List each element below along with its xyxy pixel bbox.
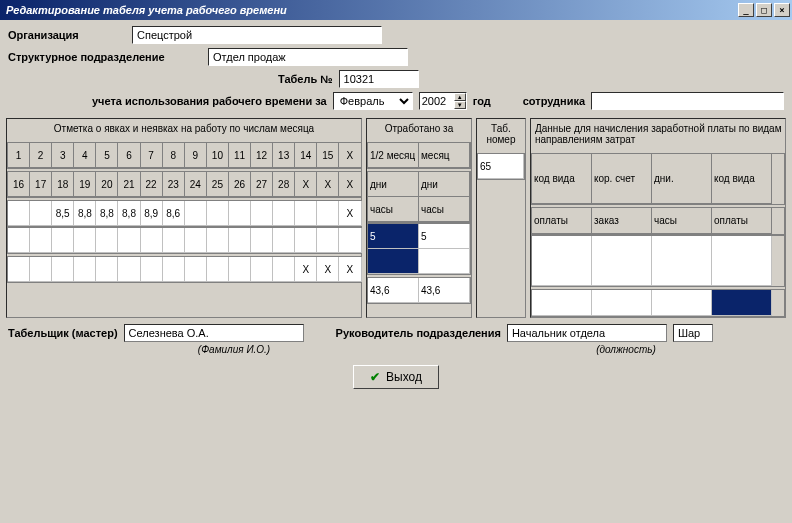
day-cell[interactable] — [295, 201, 317, 226]
day-cell[interactable]: 8,5 — [52, 201, 74, 226]
tabnum-title: Таб. номер — [477, 119, 525, 153]
day-cell[interactable] — [8, 228, 30, 253]
pay-c1[interactable] — [532, 236, 592, 286]
worked-h2a: дни — [368, 172, 419, 197]
day-cell[interactable] — [141, 257, 163, 282]
day-cell[interactable] — [74, 228, 96, 253]
day-cell[interactable]: 8,6 — [163, 201, 185, 226]
day-cell[interactable] — [96, 228, 118, 253]
day-cell[interactable] — [273, 228, 295, 253]
check-icon: ✔ — [370, 370, 380, 384]
day-cell[interactable] — [185, 228, 207, 253]
day-cell[interactable] — [207, 228, 229, 253]
exit-label: Выход — [386, 370, 422, 384]
day-header: 24 — [185, 172, 207, 197]
day-cell[interactable] — [185, 201, 207, 226]
day-cell[interactable]: X — [317, 257, 339, 282]
day-header: 25 — [207, 172, 229, 197]
day-cell[interactable] — [163, 228, 185, 253]
day-cell[interactable] — [30, 228, 52, 253]
pay-c2[interactable] — [592, 236, 652, 286]
day-cell[interactable] — [229, 257, 251, 282]
tab-master-value[interactable]: Селезнева О.А. — [124, 324, 304, 342]
day-cell[interactable] — [185, 257, 207, 282]
day-header: 13 — [273, 143, 295, 168]
maximize-button[interactable]: □ — [756, 3, 772, 17]
employee-input[interactable] — [591, 92, 784, 110]
day-header: 19 — [74, 172, 96, 197]
org-label: Организация — [8, 29, 132, 41]
day-header: 5 — [96, 143, 118, 168]
day-cell[interactable] — [30, 201, 52, 226]
day-cell[interactable]: 8,8 — [118, 201, 140, 226]
day-cell[interactable] — [74, 257, 96, 282]
employee-label: сотрудника — [523, 95, 585, 107]
month-select[interactable]: Февраль — [333, 92, 413, 110]
day-header: 27 — [251, 172, 273, 197]
day-cell[interactable] — [251, 201, 273, 226]
worked-v2b[interactable] — [419, 249, 470, 274]
day-cell[interactable] — [8, 201, 30, 226]
day-cell[interactable] — [96, 257, 118, 282]
day-cell[interactable] — [229, 201, 251, 226]
day-cell[interactable]: 8,8 — [96, 201, 118, 226]
day-cell[interactable] — [339, 228, 361, 253]
day-cell[interactable]: X — [295, 257, 317, 282]
day-cell[interactable] — [251, 228, 273, 253]
day-cell[interactable] — [30, 257, 52, 282]
worked-v1a[interactable]: 5 — [368, 224, 419, 249]
pay-c6[interactable] — [592, 290, 652, 316]
day-cell[interactable]: X — [339, 201, 361, 226]
year-down-icon[interactable]: ▼ — [454, 101, 466, 109]
day-header: X — [339, 172, 361, 197]
day-header: 16 — [8, 172, 30, 197]
day-cell[interactable] — [273, 257, 295, 282]
day-header: 21 — [118, 172, 140, 197]
day-cell[interactable] — [118, 257, 140, 282]
day-cell[interactable] — [52, 228, 74, 253]
dept-label: Структурное подразделение — [8, 51, 208, 63]
dept-input[interactable] — [208, 48, 408, 66]
minimize-button[interactable]: _ — [738, 3, 754, 17]
day-cell[interactable] — [317, 228, 339, 253]
day-cell[interactable] — [295, 228, 317, 253]
day-cell[interactable] — [251, 257, 273, 282]
day-cell[interactable] — [273, 201, 295, 226]
day-cell[interactable]: X — [339, 257, 361, 282]
tabnum-value[interactable]: 65 — [478, 154, 524, 179]
pay-c3[interactable] — [652, 236, 712, 286]
day-cell[interactable] — [8, 257, 30, 282]
day-cell[interactable] — [229, 228, 251, 253]
tabel-num-input[interactable] — [339, 70, 419, 88]
day-header: 9 — [185, 143, 207, 168]
day-cell[interactable] — [317, 201, 339, 226]
pay-c5[interactable] — [532, 290, 592, 316]
day-cell[interactable] — [141, 228, 163, 253]
year-input[interactable] — [420, 93, 454, 109]
worked-v2a[interactable] — [368, 249, 419, 274]
close-button[interactable]: × — [774, 3, 790, 17]
pay-h1: код вида — [532, 154, 592, 204]
worked-v3a[interactable]: 43,6 — [368, 278, 419, 303]
day-header: 17 — [30, 172, 52, 197]
worked-v3b[interactable]: 43,6 — [419, 278, 470, 303]
exit-button[interactable]: ✔ Выход — [353, 365, 439, 389]
day-header: 1 — [8, 143, 30, 168]
org-input[interactable] — [132, 26, 382, 44]
day-cell[interactable]: 8,8 — [74, 201, 96, 226]
worked-v1b[interactable]: 5 — [419, 224, 470, 249]
day-cell[interactable] — [207, 201, 229, 226]
day-cell[interactable] — [163, 257, 185, 282]
day-cell[interactable] — [52, 257, 74, 282]
pay-c8[interactable] — [712, 290, 772, 316]
pay-h3: дни. — [652, 154, 712, 204]
year-spinner[interactable]: ▲ ▼ — [419, 92, 467, 110]
day-cell[interactable] — [207, 257, 229, 282]
pay-c4[interactable] — [712, 236, 772, 286]
day-cell[interactable] — [118, 228, 140, 253]
year-up-icon[interactable]: ▲ — [454, 93, 466, 101]
pay-c7[interactable] — [652, 290, 712, 316]
head-value[interactable]: Начальник отдела — [507, 324, 667, 342]
extra-value[interactable]: Шар — [673, 324, 713, 342]
day-cell[interactable]: 8,9 — [141, 201, 163, 226]
